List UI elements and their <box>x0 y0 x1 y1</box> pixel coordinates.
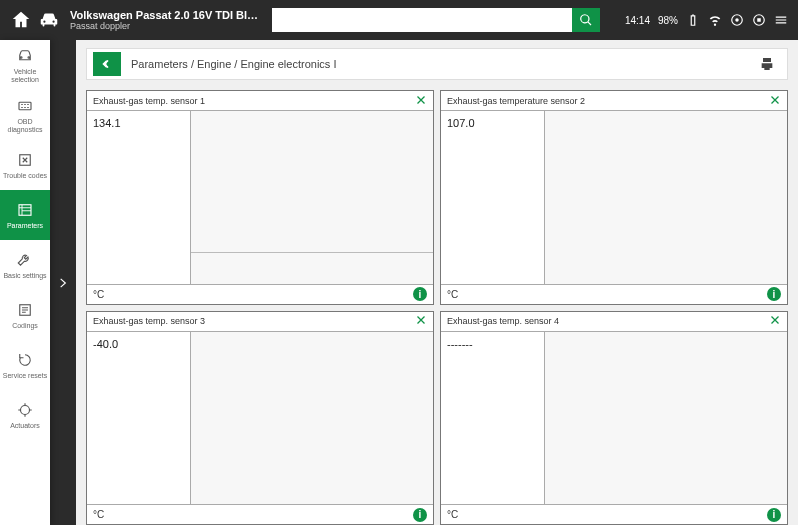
svg-rect-3 <box>757 18 761 22</box>
panel-close-button[interactable] <box>415 94 427 108</box>
codings-icon <box>16 301 34 319</box>
panel-info-button[interactable]: i <box>767 508 781 522</box>
car-outline-icon <box>16 47 34 65</box>
panel-unit: °C <box>93 289 104 300</box>
panel-unit: °C <box>93 509 104 520</box>
sidebar-item-label: Service resets <box>3 372 47 380</box>
close-icon <box>415 314 427 326</box>
panel-chart-area <box>191 332 433 505</box>
sidebar-item-label: OBD diagnostics <box>2 118 48 133</box>
search-wrap <box>272 8 600 32</box>
panel-title: Exhaust-gas temperature sensor 2 <box>447 96 585 106</box>
panel-close-button[interactable] <box>415 314 427 328</box>
sidebar-item-codings[interactable]: Codings <box>0 290 50 340</box>
close-icon <box>415 94 427 106</box>
wifi-icon <box>708 13 722 27</box>
sidebar-item-trouble-codes[interactable]: Trouble codes <box>0 140 50 190</box>
status-bar: 14:14 98% <box>625 13 788 27</box>
print-button[interactable] <box>753 56 781 72</box>
record-icon <box>752 13 766 27</box>
close-icon <box>769 314 781 326</box>
sidebar-item-label: Actuators <box>10 422 40 430</box>
panel-sensor-3: Exhaust-gas temp. sensor 3 -40.0 °C i <box>86 311 434 526</box>
panels-grid: Exhaust-gas temp. sensor 1 134.1 °C i Ex… <box>86 90 788 525</box>
reset-icon <box>16 351 34 369</box>
panel-close-button[interactable] <box>769 314 781 328</box>
obd-icon <box>16 97 34 115</box>
panel-info-button[interactable]: i <box>767 287 781 301</box>
back-arrow-icon <box>100 57 114 71</box>
battery-icon <box>686 13 700 27</box>
search-input[interactable] <box>272 8 572 32</box>
search-button[interactable] <box>572 8 600 32</box>
panel-title: Exhaust-gas temp. sensor 3 <box>93 316 205 326</box>
panel-info-button[interactable]: i <box>413 508 427 522</box>
car-icon[interactable] <box>38 9 60 31</box>
parameters-icon <box>16 201 34 219</box>
sidebar-item-parameters[interactable]: Parameters <box>0 190 50 240</box>
search-icon <box>579 13 593 27</box>
sidebar-item-actuators[interactable]: Actuators <box>0 390 50 440</box>
menu-icon[interactable] <box>774 13 788 27</box>
top-bar: Volkswagen Passat 2.0 16V TDI BlueM... P… <box>0 0 798 40</box>
svg-point-8 <box>21 405 30 414</box>
panel-value: 134.1 <box>93 117 184 129</box>
panel-value: 107.0 <box>447 117 538 129</box>
panel-sensor-4: Exhaust-gas temp. sensor 4 ------- °C i <box>440 311 788 526</box>
trouble-icon <box>16 151 34 169</box>
sidebar-item-label: Codings <box>12 322 38 330</box>
sidebar-item-label: Vehicle selection <box>2 68 48 83</box>
svg-rect-4 <box>19 102 31 110</box>
sidebar-item-obd[interactable]: OBD diagnostics <box>0 90 50 140</box>
sidebar-item-vehicle-selection[interactable]: Vehicle selection <box>0 40 50 90</box>
panel-chart-area <box>545 111 787 284</box>
panel-value: -40.0 <box>93 338 184 350</box>
panel-title: Exhaust-gas temp. sensor 1 <box>93 96 205 106</box>
sidebar: Vehicle selection OBD diagnostics Troubl… <box>0 40 50 525</box>
clock: 14:14 <box>625 15 650 26</box>
panel-value: ------- <box>447 338 538 350</box>
vehicle-title: Volkswagen Passat 2.0 16V TDI BlueM... <box>70 9 260 21</box>
panel-info-button[interactable]: i <box>413 287 427 301</box>
sidebar-item-basic-settings[interactable]: Basic settings <box>0 240 50 290</box>
actuator-icon <box>16 401 34 419</box>
home-icon[interactable] <box>10 9 32 31</box>
sidebar-expand-button[interactable] <box>50 40 76 525</box>
sidebar-item-label: Basic settings <box>3 272 46 280</box>
wrench-icon <box>16 251 34 269</box>
panel-title: Exhaust-gas temp. sensor 4 <box>447 316 559 326</box>
panel-close-button[interactable] <box>769 94 781 108</box>
vehicle-subtitle: Passat doppler <box>70 21 260 31</box>
sidebar-item-label: Parameters <box>7 222 43 230</box>
sidebar-item-label: Trouble codes <box>3 172 47 180</box>
svg-point-1 <box>735 18 739 22</box>
panel-chart-area <box>191 111 433 284</box>
panel-chart-area <box>545 332 787 505</box>
panel-sensor-2: Exhaust-gas temperature sensor 2 107.0 °… <box>440 90 788 305</box>
print-icon <box>759 56 775 72</box>
battery-percent: 98% <box>658 15 678 26</box>
breadcrumb: Parameters / Engine / Engine electronics… <box>131 58 336 70</box>
back-button[interactable] <box>93 52 121 76</box>
close-icon <box>769 94 781 106</box>
panel-unit: °C <box>447 289 458 300</box>
svg-rect-6 <box>19 204 31 215</box>
panel-sensor-1: Exhaust-gas temp. sensor 1 134.1 °C i <box>86 90 434 305</box>
breadcrumb-bar: Parameters / Engine / Engine electronics… <box>86 48 788 80</box>
sidebar-item-service-resets[interactable]: Service resets <box>0 340 50 390</box>
vehicle-info[interactable]: Volkswagen Passat 2.0 16V TDI BlueM... P… <box>70 9 260 31</box>
content-area: Parameters / Engine / Engine electronics… <box>76 40 798 525</box>
connection-icon <box>730 13 744 27</box>
panel-unit: °C <box>447 509 458 520</box>
chevron-right-icon <box>56 276 70 290</box>
